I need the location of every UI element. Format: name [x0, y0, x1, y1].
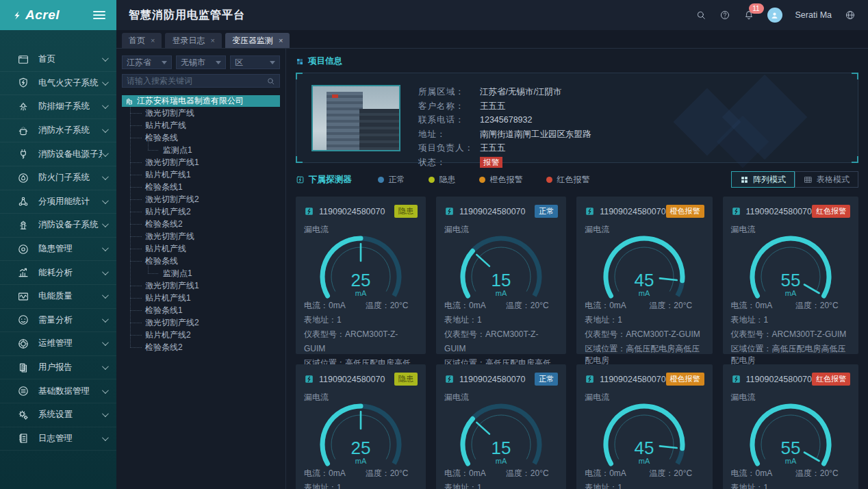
search-icon[interactable]	[695, 10, 706, 21]
sidebar-menu-item[interactable]: 首页	[0, 48, 116, 72]
sidebar-menu-item[interactable]: 消防水子系统	[0, 119, 116, 143]
project-field-row: 所属区域： 江苏省/无锡市/江阴市	[418, 85, 591, 99]
tree-node[interactable]: 激光切割产线2	[122, 316, 280, 329]
sidebar-menu-item[interactable]: 消防设备子系统	[0, 214, 116, 238]
language-globe-icon[interactable]	[845, 10, 856, 21]
sidebar-item-icon	[17, 148, 29, 160]
sidebar-item-icon	[17, 409, 29, 421]
view-mode-button[interactable]: 阵列模式	[731, 171, 795, 188]
user-name[interactable]: Serati Ma	[795, 10, 832, 20]
tree-node[interactable]: 检验条线2	[122, 341, 280, 353]
stat-model: 仪表型号：ARCM300T-Z-GUIM	[444, 327, 558, 356]
sidebar-menu-item[interactable]: 消防设备电源子系统	[0, 142, 116, 166]
brand-logo: Acrel	[0, 0, 116, 30]
tab-close-icon[interactable]: ×	[210, 36, 214, 45]
hamburger-menu-icon[interactable]	[93, 9, 105, 21]
tab[interactable]: 变压器监测 ×	[225, 33, 290, 48]
sidebar-menu-item[interactable]: 防排烟子系统	[0, 95, 116, 119]
detector-card[interactable]: 11909024580070 正常 漏电流 15mA 电流：0mA 温度：20°…	[436, 364, 566, 489]
tree-node[interactable]: 激光切割产线	[122, 230, 280, 242]
view-mode-button[interactable]: 表格模式	[795, 171, 858, 188]
search-icon[interactable]	[266, 77, 275, 86]
sidebar-menu-item[interactable]: 系统设置	[0, 403, 116, 427]
tree-node[interactable]: 激光切割产线2	[122, 193, 280, 205]
tree-node[interactable]: 贴片机产线2	[122, 329, 280, 341]
tree-node[interactable]: 检验条线2	[122, 218, 280, 230]
detector-card[interactable]: 11909024580070 红色报警 漏电流 55mA 电流：0mA 温度：2…	[723, 364, 858, 489]
sidebar-menu-item[interactable]: 隐患管理	[0, 238, 116, 262]
chevron-down-icon	[102, 387, 109, 394]
detector-card[interactable]: 11909024580070 橙色报警 漏电流 45mA 电流：0mA 温度：2…	[576, 364, 712, 489]
chevron-down-icon	[102, 103, 109, 110]
stat-address: 表地址：1	[444, 313, 482, 327]
project-section-title: 项目信息	[308, 55, 342, 67]
detector-stats: 电流：0mA 温度：20°C 表地址：1 仪表型号：ARCM300T-Z-GUI…	[444, 466, 558, 489]
tree-node[interactable]: 贴片机产线	[122, 242, 280, 255]
tree-node-label: 贴片机产线	[145, 244, 186, 253]
chevron-down-icon	[102, 316, 109, 323]
tab[interactable]: 登录日志 ×	[165, 33, 221, 48]
region-select[interactable]: 区	[230, 55, 280, 69]
detector-card[interactable]: 11909024580070 正常 漏电流 15mA 电流：0mA 温度：20°…	[436, 197, 566, 354]
tab-close-icon[interactable]: ×	[279, 36, 283, 45]
stat-temperature: 温度：20°C	[506, 466, 549, 481]
region-select-value: 江苏省	[127, 57, 151, 68]
tree-node[interactable]: 激光切割产线	[122, 107, 280, 119]
tree-node-label: 监测点1	[163, 145, 192, 155]
tree-node[interactable]: 检验条线1	[122, 181, 280, 193]
help-icon[interactable]	[719, 10, 730, 21]
sidebar-menu-item[interactable]: 防火门子系统	[0, 166, 116, 190]
detector-card[interactable]: 11909024580070 红色报警 漏电流 55mA 电流：0mA 温度：2…	[723, 197, 858, 354]
search-input[interactable]	[127, 76, 266, 86]
sidebar-menu-item[interactable]: 基础数据管理	[0, 379, 116, 403]
tree-node[interactable]: 检验条线	[122, 131, 280, 144]
sidebar-menu-item[interactable]: 分项用能统计	[0, 190, 116, 214]
field-value: 12345678932	[480, 113, 532, 127]
tree-node-label: 检验条线1	[145, 182, 183, 192]
sidebar-item-icon	[17, 125, 29, 137]
tree-node[interactable]: 贴片机产线	[122, 119, 280, 131]
sidebar-menu-item[interactable]: 需量分析	[0, 309, 116, 333]
stat-row: 仪表型号：ARCM300T-Z-GUIM	[585, 327, 704, 342]
tree-node[interactable]: 贴片机产线1	[122, 168, 280, 181]
sidebar-menu-item[interactable]: 电气火灾子系统	[0, 72, 116, 96]
sidebar-item-icon	[17, 432, 29, 444]
field-value: 南闸街道南闸工业园区东盟路	[480, 127, 591, 142]
field-value: 王五五	[480, 99, 506, 114]
region-select[interactable]: 江苏省	[122, 55, 172, 69]
brand-name: Acrel	[25, 8, 60, 23]
notification-bell-icon[interactable]: 11	[743, 10, 754, 21]
tree-root-node[interactable]: 江苏安科瑞电器制造有限公司	[122, 95, 280, 107]
tree-node[interactable]: 激光切割产线1	[122, 156, 280, 168]
sidebar-menu-item[interactable]: 运维管理	[0, 332, 116, 356]
detector-card[interactable]: 11909024580070 隐患 漏电流 25mA 电流：0mA 温度：20°…	[296, 364, 426, 489]
tab-close-icon[interactable]: ×	[151, 36, 155, 45]
stat-address: 表地址：1	[444, 481, 482, 489]
chevron-down-icon	[102, 244, 109, 251]
project-field-row: 地址： 南闸街道南闸工业园区东盟路	[418, 127, 591, 142]
user-avatar[interactable]	[767, 8, 782, 23]
legend-dot	[546, 177, 552, 183]
tree-node[interactable]: 检验条线	[122, 255, 280, 267]
sidebar-item-label: 基础数据管理	[38, 386, 90, 397]
sidebar-menu-item[interactable]: 日志管理	[0, 427, 116, 451]
main-content: 项目信息 所属区域： 江苏省/无锡市/江阴市 客户名称： 王五五	[286, 49, 868, 489]
sidebar-menu-item[interactable]: 能耗分析	[0, 261, 116, 285]
detector-card[interactable]: 11909024580070 隐患 漏电流 25mA 电流：0mA 温度：20°…	[296, 197, 426, 354]
detector-card[interactable]: 11909024580070 橙色报警 漏电流 45mA 电流：0mA 温度：2…	[576, 197, 712, 354]
tab[interactable]: 首页 ×	[122, 33, 162, 48]
region-select[interactable]: 无锡市	[176, 55, 226, 69]
tree-node[interactable]: 检验条线1	[122, 304, 280, 316]
alarm-status-badge: 报警	[480, 157, 502, 168]
sidebar-menu-item[interactable]: 用户报告	[0, 356, 116, 380]
tree-node[interactable]: 监测点1	[122, 144, 280, 156]
tree-node[interactable]: 贴片机产线2	[122, 205, 280, 218]
sidebar-menu-item[interactable]: 电能质量	[0, 285, 116, 309]
legend-label: 正常	[389, 174, 405, 186]
tree-node[interactable]: 贴片机产线1	[122, 292, 280, 304]
tree-node[interactable]: 监测点1	[122, 267, 280, 279]
tree-node[interactable]: 激光切割产线1	[122, 279, 280, 292]
leakage-gauge: 45mA	[585, 401, 704, 464]
stat-address: 表地址：1	[585, 481, 622, 489]
tree-node-label: 激光切割产线1	[145, 158, 199, 167]
